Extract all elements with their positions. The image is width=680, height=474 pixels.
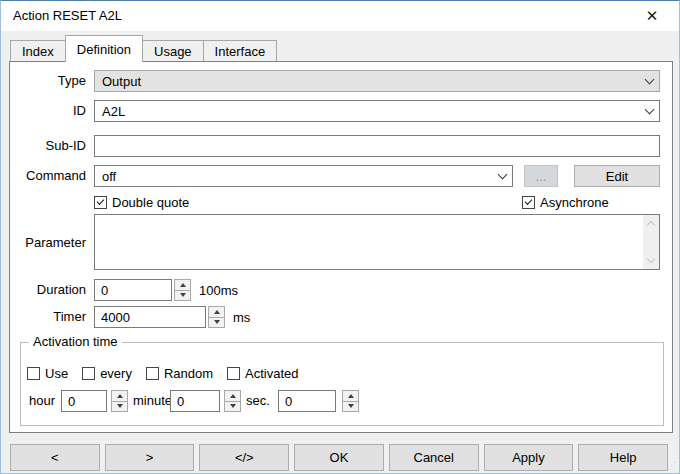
- spin-down-button[interactable]: [224, 401, 241, 413]
- apply-button[interactable]: Apply: [484, 444, 574, 471]
- spin-down-button[interactable]: [111, 401, 128, 413]
- window-title: Action RESET A2L: [13, 1, 122, 31]
- id-combobox: [94, 100, 660, 122]
- timer-row: ms: [94, 306, 250, 328]
- activation-checkbox-row: Use every Random Activated: [27, 366, 299, 381]
- tab-interface[interactable]: Interface: [203, 40, 278, 61]
- type-dropdown[interactable]: Output: [94, 70, 660, 92]
- double-quote-checkbox-row[interactable]: Double quote: [94, 194, 189, 211]
- sec-input[interactable]: [278, 390, 336, 412]
- double-quote-checkbox[interactable]: [94, 196, 107, 209]
- sec-label: sec.: [246, 390, 270, 412]
- spin-down-button[interactable]: [174, 290, 191, 302]
- duration-unit: 100ms: [199, 283, 238, 298]
- asynchrone-label: Asynchrone: [540, 195, 609, 210]
- back-button[interactable]: <: [10, 444, 100, 471]
- minute-label: minute: [133, 390, 172, 412]
- hour-label: hour: [29, 390, 55, 412]
- use-label: Use: [45, 366, 68, 381]
- sub-id-input[interactable]: [94, 135, 660, 157]
- parameter-label: Parameter: [10, 214, 86, 270]
- resize-grip[interactable]: [665, 460, 677, 472]
- minute-spinner: [224, 390, 241, 412]
- timer-label: Timer: [10, 306, 86, 328]
- type-value: Output: [95, 74, 141, 89]
- spin-up-icon: [180, 283, 186, 287]
- spin-up-icon: [348, 394, 354, 398]
- activation-time-group: Activation time Use every Random Activat…: [20, 342, 664, 426]
- timer-unit: ms: [233, 310, 250, 325]
- every-checkbox-row[interactable]: every: [82, 366, 132, 381]
- tab-definition[interactable]: Definition: [65, 35, 143, 62]
- activated-label: Activated: [245, 366, 298, 381]
- command-input[interactable]: [95, 166, 492, 186]
- spin-down-icon: [348, 404, 354, 408]
- spin-down-button[interactable]: [208, 317, 225, 329]
- spin-down-icon: [180, 293, 186, 297]
- tab-index[interactable]: Index: [10, 40, 66, 61]
- tab-usage[interactable]: Usage: [142, 40, 204, 61]
- command-combobox: [94, 165, 513, 187]
- parameter-textarea[interactable]: [95, 215, 643, 269]
- duration-input[interactable]: [94, 279, 172, 301]
- tab-bar: Index Definition Usage Interface: [10, 35, 276, 62]
- every-label: every: [100, 366, 132, 381]
- duration-row: 100ms: [94, 279, 238, 301]
- action-dialog: Action RESET A2L ✕ Index Definition Usag…: [0, 0, 680, 474]
- titlebar: Action RESET A2L ✕: [1, 1, 679, 31]
- close-icon: ✕: [646, 7, 659, 24]
- hour-spinner: [111, 390, 128, 412]
- type-label: Type: [10, 70, 86, 92]
- footer-button-bar: < > </> OK Cancel Apply Help: [10, 444, 668, 471]
- spin-down-icon: [230, 404, 236, 408]
- browse-button[interactable]: ...: [524, 165, 558, 187]
- chevron-down-icon[interactable]: [492, 166, 512, 186]
- timer-spinner: [208, 306, 225, 328]
- cancel-button[interactable]: Cancel: [389, 444, 479, 471]
- spin-up-icon: [230, 394, 236, 398]
- use-checkbox-row[interactable]: Use: [27, 366, 68, 381]
- parameter-scrollbar[interactable]: [643, 215, 659, 269]
- asynchrone-checkbox[interactable]: [522, 196, 535, 209]
- close-button[interactable]: ✕: [631, 2, 673, 30]
- sub-id-label: Sub-ID: [10, 135, 86, 157]
- activation-time-title: Activation time: [29, 334, 122, 349]
- activated-checkbox-row[interactable]: Activated: [227, 366, 298, 381]
- hour-input[interactable]: [61, 390, 107, 412]
- random-label: Random: [164, 366, 213, 381]
- spin-up-icon: [117, 394, 123, 398]
- spin-down-icon: [214, 320, 220, 324]
- spin-down-button[interactable]: [342, 401, 359, 413]
- scroll-down-icon[interactable]: [647, 255, 655, 263]
- code-button[interactable]: </>: [199, 444, 289, 471]
- definition-panel: Type Output ID Sub-ID Command ... Edit D…: [9, 61, 673, 433]
- edit-button[interactable]: Edit: [574, 165, 660, 187]
- ok-button[interactable]: OK: [294, 444, 384, 471]
- id-label: ID: [10, 100, 86, 122]
- scroll-up-icon[interactable]: [647, 221, 655, 229]
- chevron-down-icon[interactable]: [639, 101, 659, 121]
- activated-checkbox[interactable]: [227, 367, 240, 380]
- random-checkbox-row[interactable]: Random: [146, 366, 213, 381]
- forward-button[interactable]: >: [105, 444, 195, 471]
- spin-down-icon: [117, 404, 123, 408]
- command-label: Command: [10, 165, 86, 187]
- spin-up-icon: [214, 310, 220, 314]
- sec-spinner: [342, 390, 359, 412]
- timer-input[interactable]: [94, 306, 206, 328]
- help-button[interactable]: Help: [578, 444, 668, 471]
- chevron-down-icon: [639, 71, 659, 91]
- id-input[interactable]: [95, 101, 639, 121]
- duration-spinner: [174, 279, 191, 301]
- use-checkbox[interactable]: [27, 367, 40, 380]
- check-icon: [525, 197, 533, 205]
- every-checkbox[interactable]: [82, 367, 95, 380]
- double-quote-label: Double quote: [112, 195, 189, 210]
- parameter-field: [94, 214, 660, 270]
- random-checkbox[interactable]: [146, 367, 159, 380]
- minute-input[interactable]: [170, 390, 220, 412]
- duration-label: Duration: [10, 279, 86, 301]
- check-icon: [97, 197, 105, 205]
- asynchrone-checkbox-row[interactable]: Asynchrone: [522, 194, 609, 211]
